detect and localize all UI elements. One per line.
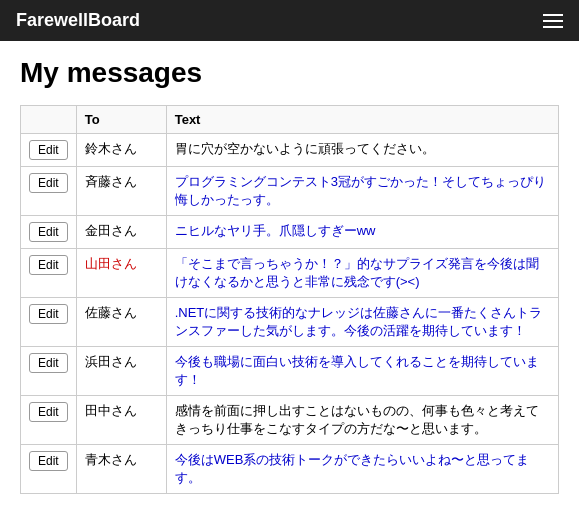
table-row: Edit佐藤さん.NETに関する技術的なナレッジは佐藤さんに一番たくさんトランス… [21,298,559,347]
table-row: Edit浜田さん今後も職場に面白い技術を導入してくれることを期待しています！ [21,347,559,396]
text-cell: 感情を前面に押し出すことはないものの、何事も色々と考えてきっちり仕事をこなすタイ… [166,396,558,445]
edit-button[interactable]: Edit [29,255,68,275]
col-header-text: Text [166,106,558,134]
edit-cell: Edit [21,134,77,167]
table-row: Edit鈴木さん胃に穴が空かないように頑張ってください。 [21,134,559,167]
page-title: My messages [20,57,559,89]
edit-cell: Edit [21,167,77,216]
to-cell: 佐藤さん [76,298,166,347]
edit-button[interactable]: Edit [29,451,68,471]
to-cell: 浜田さん [76,347,166,396]
to-cell: 青木さん [76,445,166,494]
text-cell: 「そこまで言っちゃうか！？」的なサプライズ発言を今後は聞けなくなるかと思うと非常… [166,249,558,298]
text-cell: .NETに関する技術的なナレッジは佐藤さんに一番たくさんトランスファーした気がし… [166,298,558,347]
text-cell: 今後も職場に面白い技術を導入してくれることを期待しています！ [166,347,558,396]
edit-button[interactable]: Edit [29,402,68,422]
app-title: FarewellBoard [16,10,140,31]
to-cell: 鈴木さん [76,134,166,167]
edit-cell: Edit [21,445,77,494]
table-row: Edit山田さん「そこまで言っちゃうか！？」的なサプライズ発言を今後は聞けなくな… [21,249,559,298]
text-cell: 胃に穴が空かないように頑張ってください。 [166,134,558,167]
edit-button[interactable]: Edit [29,304,68,324]
messages-table: To Text Edit鈴木さん胃に穴が空かないように頑張ってください。Edit… [20,105,559,494]
table-row: Edit青木さん今後はWEB系の技術トークができたらいいよね〜と思ってます。 [21,445,559,494]
col-header-to: To [76,106,166,134]
table-row: Edit田中さん感情を前面に押し出すことはないものの、何事も色々と考えてきっちり… [21,396,559,445]
to-cell: 斉藤さん [76,167,166,216]
edit-button[interactable]: Edit [29,173,68,193]
table-row: Edit斉藤さんプログラミングコンテスト3冠がすごかった！そしてちょっぴり悔しか… [21,167,559,216]
edit-cell: Edit [21,347,77,396]
col-header-edit [21,106,77,134]
text-cell: ニヒルなヤリ手。爪隠しすぎーww [166,216,558,249]
edit-cell: Edit [21,249,77,298]
page-content: My messages To Text Edit鈴木さん胃に穴が空かないように頑… [0,41,579,510]
to-cell: 田中さん [76,396,166,445]
table-header-row: To Text [21,106,559,134]
edit-cell: Edit [21,298,77,347]
edit-cell: Edit [21,216,77,249]
table-row: Edit金田さんニヒルなヤリ手。爪隠しすぎーww [21,216,559,249]
edit-button[interactable]: Edit [29,222,68,242]
edit-button[interactable]: Edit [29,140,68,160]
edit-cell: Edit [21,396,77,445]
edit-button[interactable]: Edit [29,353,68,373]
text-cell: 今後はWEB系の技術トークができたらいいよね〜と思ってます。 [166,445,558,494]
text-cell: プログラミングコンテスト3冠がすごかった！そしてちょっぴり悔しかったっす。 [166,167,558,216]
to-cell: 金田さん [76,216,166,249]
hamburger-icon[interactable] [543,14,563,28]
to-cell: 山田さん [76,249,166,298]
app-header: FarewellBoard [0,0,579,41]
